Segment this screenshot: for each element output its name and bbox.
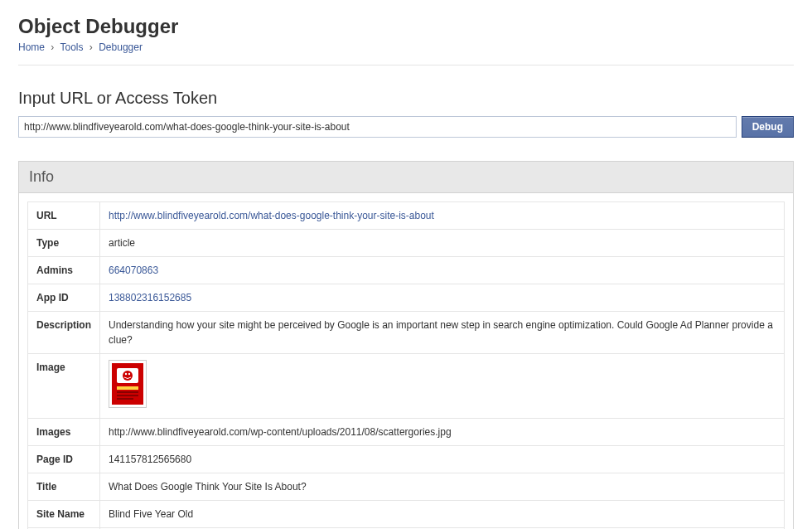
breadcrumb: Home › Tools › Debugger [18,41,794,53]
breadcrumb-sep: › [89,41,93,53]
divider [18,65,794,66]
svg-point-2 [123,371,133,381]
value-title: What Does Google Think Your Site Is Abou… [100,473,785,501]
info-panel-title: Info [29,168,783,186]
label-page-id: Page ID [28,446,100,473]
info-table: URL http://www.blindfiveyearold.com/what… [27,201,785,529]
table-row: Site Name Blind Five Year Old [28,501,785,528]
table-row: Image [28,354,785,419]
value-image [100,354,785,419]
value-images: http://www.blindfiveyearold.com/wp-conte… [100,419,785,446]
value-app-id: 138802316152685 [100,284,785,312]
input-section-title: Input URL or Access Token [18,89,794,108]
svg-point-4 [128,373,130,375]
table-row: Description Understanding how your site … [28,312,785,354]
value-admins: 664070863 [100,257,785,284]
url-input[interactable] [18,116,737,138]
breadcrumb-home[interactable]: Home [18,41,45,53]
breadcrumb-tools[interactable]: Tools [60,41,83,53]
value-description: Understanding how your site might be per… [100,312,785,354]
label-admins: Admins [28,257,100,284]
value-site-name: Blind Five Year Old [100,501,785,528]
label-images: Images [28,419,100,446]
svg-point-3 [125,373,127,375]
table-row: App ID 138802316152685 [28,284,785,312]
image-thumbnail[interactable] [109,360,147,408]
label-app-id: App ID [28,284,100,312]
svg-rect-7 [117,395,138,396]
svg-rect-6 [117,391,138,393]
debug-button[interactable]: Debug [742,116,794,138]
breadcrumb-debugger[interactable]: Debugger [99,41,143,53]
info-panel-body: URL http://www.blindfiveyearold.com/what… [19,193,793,529]
table-row: Admins 664070863 [28,257,785,284]
app-id-link[interactable]: 138802316152685 [109,292,191,303]
label-title: Title [28,473,100,501]
label-description: Description [28,312,100,354]
value-url: http://www.blindfiveyearold.com/what-doe… [100,202,785,230]
label-site-name: Site Name [28,501,100,528]
table-row: Images http://www.blindfiveyearold.com/w… [28,419,785,446]
scattergories-box-icon [112,363,143,405]
svg-rect-5 [117,386,138,390]
page-title: Object Debugger [18,15,794,38]
value-type: article [100,230,785,257]
table-row: URL http://www.blindfiveyearold.com/what… [28,202,785,230]
label-type: Type [28,230,100,257]
input-row: Debug [18,116,794,138]
label-image: Image [28,354,100,419]
label-url: URL [28,202,100,230]
url-link[interactable]: http://www.blindfiveyearold.com/what-doe… [109,210,434,221]
value-page-id: 141157812565680 [100,446,785,473]
info-panel: Info URL http://www.blindfiveyearold.com… [18,161,794,529]
table-row: Page ID 141157812565680 [28,446,785,473]
table-row: Title What Does Google Think Your Site I… [28,473,785,501]
svg-rect-8 [117,398,133,400]
table-row: Type article [28,230,785,257]
breadcrumb-sep: › [51,41,54,53]
admins-link[interactable]: 664070863 [109,264,158,276]
info-panel-header: Info [19,162,793,193]
